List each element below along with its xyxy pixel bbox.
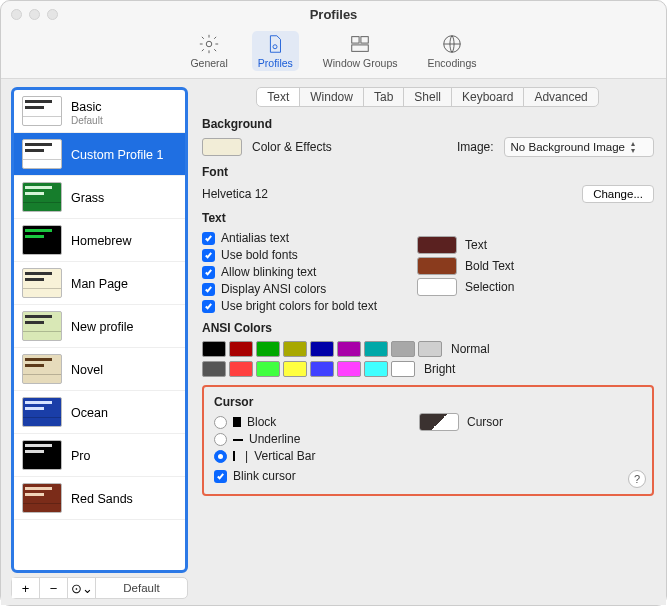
font-current: Helvetica 12: [202, 187, 268, 201]
profile-actions-menu[interactable]: ⊙⌄: [68, 578, 96, 598]
profile-thumb: [22, 440, 62, 470]
ansi-swatch[interactable]: [337, 361, 361, 377]
tab-shell[interactable]: Shell: [403, 87, 452, 107]
chevron-updown-icon: ▴▾: [631, 140, 635, 154]
toolbar-profiles[interactable]: Profiles: [252, 31, 299, 71]
svg-point-0: [206, 41, 212, 47]
toolbar-general[interactable]: General: [184, 31, 233, 71]
tab-tab[interactable]: Tab: [363, 87, 404, 107]
ansi-swatch[interactable]: [391, 361, 415, 377]
content-area: BasicDefaultCustom Profile 1GrassHomebre…: [1, 79, 666, 605]
cursor-title: Cursor: [214, 395, 642, 409]
ansi-swatch[interactable]: [283, 341, 307, 357]
ansi-title: ANSI Colors: [202, 321, 654, 335]
ansi-swatch[interactable]: [310, 341, 334, 357]
svg-point-1: [273, 45, 277, 49]
checkbox-allow-blinking-text[interactable]: [202, 266, 215, 279]
svg-rect-4: [352, 45, 369, 51]
ansi-swatch[interactable]: [337, 341, 361, 357]
ansi-swatch[interactable]: [229, 361, 253, 377]
font-title: Font: [202, 165, 654, 179]
ansi-bright-row: Bright: [202, 361, 654, 377]
background-image-select[interactable]: No Background Image ▴▾: [504, 137, 654, 157]
background-color-swatch[interactable]: [202, 138, 242, 156]
preferences-window: Profiles General Profiles Window Groups …: [0, 0, 667, 606]
checkbox-antialias-text[interactable]: [202, 232, 215, 245]
profile-thumb: [22, 483, 62, 513]
profile-thumb: [22, 139, 62, 169]
ansi-swatch[interactable]: [202, 361, 226, 377]
tab-window[interactable]: Window: [299, 87, 364, 107]
selection-color-swatch[interactable]: [417, 278, 457, 296]
profile-item-red-sands[interactable]: Red Sands: [14, 477, 185, 520]
default-profile-label[interactable]: Default: [96, 582, 187, 594]
image-label: Image:: [457, 140, 494, 154]
document-gear-icon: [264, 33, 286, 55]
profile-item-custom-profile-1[interactable]: Custom Profile 1: [14, 133, 185, 176]
cursor-section: Cursor Block Underline | Vertical Bar Bl…: [202, 385, 654, 496]
sidebar-footer: + − ⊙⌄ Default: [11, 577, 188, 599]
profile-thumb: [22, 311, 62, 341]
toolbar-window-groups[interactable]: Window Groups: [317, 31, 404, 71]
bold-color-swatch[interactable]: [417, 257, 457, 275]
profile-thumb: [22, 96, 62, 126]
text-title: Text: [202, 211, 654, 225]
profile-thumb: [22, 182, 62, 212]
text-color-swatch[interactable]: [417, 236, 457, 254]
svg-rect-2: [352, 37, 359, 43]
background-title: Background: [202, 117, 654, 131]
ansi-swatch[interactable]: [202, 341, 226, 357]
cursor-radio-vbar[interactable]: [214, 450, 227, 463]
ansi-swatch[interactable]: [310, 361, 334, 377]
svg-rect-3: [361, 37, 368, 43]
sidebar-wrap: BasicDefaultCustom Profile 1GrassHomebre…: [1, 79, 196, 605]
checkbox-display-ansi-colors[interactable]: [202, 283, 215, 296]
prefs-toolbar: General Profiles Window Groups Encodings: [1, 27, 666, 79]
profile-item-novel[interactable]: Novel: [14, 348, 185, 391]
main-panel: TextWindowTabShellKeyboardAdvanced Backg…: [196, 79, 666, 605]
blink-cursor-checkbox[interactable]: [214, 470, 227, 483]
profile-tabs: TextWindowTabShellKeyboardAdvanced: [202, 87, 654, 107]
checkbox-use-bright-colors-for-bold-text[interactable]: [202, 300, 215, 313]
color-effects-label: Color & Effects: [252, 140, 332, 154]
ansi-swatch[interactable]: [418, 341, 442, 357]
toolbar-encodings[interactable]: Encodings: [422, 31, 483, 71]
profile-list[interactable]: BasicDefaultCustom Profile 1GrassHomebre…: [14, 90, 185, 570]
profile-item-grass[interactable]: Grass: [14, 176, 185, 219]
ansi-swatch[interactable]: [283, 361, 307, 377]
profile-item-homebrew[interactable]: Homebrew: [14, 219, 185, 262]
ansi-swatch[interactable]: [364, 341, 388, 357]
ansi-swatch[interactable]: [364, 361, 388, 377]
profile-thumb: [22, 225, 62, 255]
ansi-swatch[interactable]: [391, 341, 415, 357]
ansi-swatch[interactable]: [229, 341, 253, 357]
profile-item-man-page[interactable]: Man Page: [14, 262, 185, 305]
profile-item-basic[interactable]: BasicDefault: [14, 90, 185, 133]
cursor-radio-block[interactable]: [214, 416, 227, 429]
remove-profile-button[interactable]: −: [40, 578, 68, 598]
ansi-swatch[interactable]: [256, 341, 280, 357]
cursor-color-swatch[interactable]: [419, 413, 459, 431]
profile-item-new-profile[interactable]: New profile: [14, 305, 185, 348]
gear-icon: [198, 33, 220, 55]
profiles-sidebar: BasicDefaultCustom Profile 1GrassHomebre…: [11, 87, 188, 573]
tab-advanced[interactable]: Advanced: [523, 87, 598, 107]
window-groups-icon: [349, 33, 371, 55]
titlebar: Profiles: [1, 1, 666, 27]
window-title: Profiles: [1, 7, 666, 22]
profile-thumb: [22, 268, 62, 298]
checkbox-use-bold-fonts[interactable]: [202, 249, 215, 262]
tab-keyboard[interactable]: Keyboard: [451, 87, 524, 107]
help-button[interactable]: ?: [628, 470, 646, 488]
profile-item-ocean[interactable]: Ocean: [14, 391, 185, 434]
ansi-swatch[interactable]: [256, 361, 280, 377]
profile-thumb: [22, 354, 62, 384]
tab-text[interactable]: Text: [256, 87, 300, 107]
add-profile-button[interactable]: +: [12, 578, 40, 598]
cursor-radio-underline[interactable]: [214, 433, 227, 446]
profile-item-pro[interactable]: Pro: [14, 434, 185, 477]
ansi-normal-row: Normal: [202, 341, 654, 357]
change-font-button[interactable]: Change...: [582, 185, 654, 203]
profile-thumb: [22, 397, 62, 427]
globe-icon: [441, 33, 463, 55]
